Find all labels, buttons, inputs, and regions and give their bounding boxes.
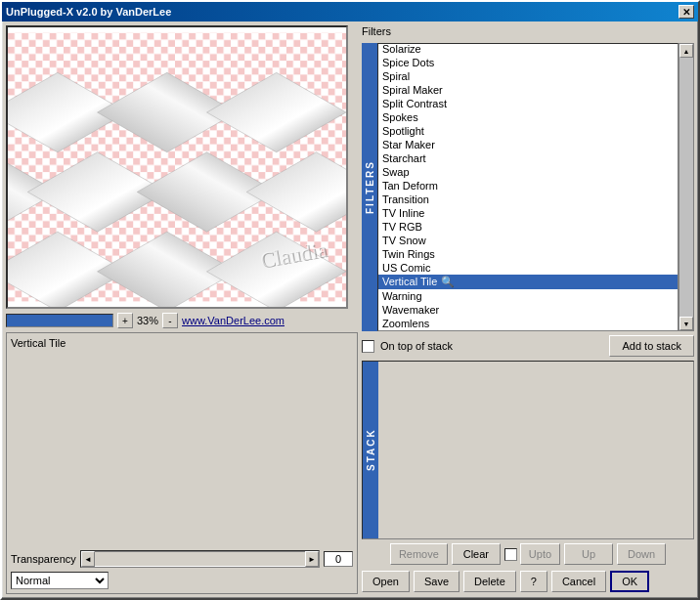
slider-inner [95,551,305,567]
delete-button[interactable]: Delete [463,571,516,592]
open-button[interactable]: Open [362,571,410,592]
left-panel: Claudia + 33% - www.VanDerLee.com Vertic… [6,25,358,594]
filter-item[interactable]: Spokes [378,110,678,124]
filter-item[interactable]: TV RGB [378,220,678,234]
slider-right-arrow[interactable]: ► [305,551,319,567]
stack-area: STACK [362,361,694,539]
preview-canvas [8,27,346,307]
stack-buttons-row: Remove Clear Upto Up Down [362,543,694,565]
filters-header: Filters [362,25,694,37]
filter-item[interactable]: Zoomlens [378,317,678,330]
filters-list[interactable]: SolarizeSpice DotsSpiralSpiral MakerSpli… [377,43,678,331]
title-text: UnPlugged-X v2.0 by VanDerLee [6,6,171,18]
stack-side-label: STACK [363,362,378,538]
filter-item[interactable]: Tan Deform [378,179,678,193]
scroll-up-button[interactable]: ▲ [679,44,693,58]
filter-params-box: Vertical Tile Transparency ◄ ► Normal [6,332,358,594]
filter-item[interactable]: Twin Rings [378,247,678,261]
transparency-row: Transparency ◄ ► [11,550,353,568]
scroll-down-button[interactable]: ▼ [679,317,693,330]
upto-container: Upto [504,543,560,565]
zoom-bar: + 33% - www.VanDerLee.com [6,313,358,328]
filter-item[interactable]: Spice Dots [378,56,678,69]
zoom-percent: 33% [137,315,158,326]
close-button[interactable]: ✕ [678,5,694,19]
slider-left-arrow[interactable]: ◄ [81,551,95,567]
add-to-stack-button[interactable]: Add to stack [609,335,694,357]
filter-item[interactable]: Star Maker [378,138,678,151]
zoom-out-button[interactable]: - [162,313,178,328]
save-button[interactable]: Save [414,571,459,592]
filter-item[interactable]: Swap [378,165,678,179]
upto-button[interactable]: Upto [520,543,560,565]
zoom-progress-bar [6,314,113,327]
main-window: UnPlugged-X v2.0 by VanDerLee ✕ [0,0,700,600]
up-button[interactable]: Up [564,543,613,565]
right-panel: Filters FILTERS SolarizeSpice DotsSpiral… [362,25,694,594]
on-top-checkbox[interactable] [362,340,374,353]
filter-item[interactable]: Spotlight [378,124,678,138]
filter-item[interactable]: Solarize [378,43,678,56]
ok-button[interactable]: OK [610,571,649,592]
blend-mode-select[interactable]: Normal Multiply Screen Overlay [11,572,109,589]
preview-area: Claudia [6,25,348,309]
website-link[interactable]: www.VanDerLee.com [182,315,284,326]
filter-item[interactable]: Wavemaker [378,303,678,317]
cancel-button[interactable]: Cancel [551,571,606,592]
filters-side-label: FILTERS [362,43,377,331]
filter-item[interactable]: Vertical Tile🔍 [378,275,678,289]
main-content: Claudia + 33% - www.VanDerLee.com Vertic… [2,21,698,598]
title-bar: UnPlugged-X v2.0 by VanDerLee ✕ [2,2,698,21]
filter-item[interactable]: Warning [378,289,678,303]
upto-checkbox[interactable] [504,548,517,561]
filter-params-title: Vertical Tile [11,337,353,349]
help-button[interactable]: ? [520,571,547,592]
remove-button[interactable]: Remove [390,543,448,565]
filters-scrollbar: ▲ ▼ [678,43,694,331]
filter-item[interactable]: US Comic [378,261,678,275]
filter-item[interactable]: Spiral [378,69,678,83]
on-top-row: On top of stack Add to stack [362,335,694,357]
on-top-label: On top of stack [380,340,453,352]
zoom-in-button[interactable]: + [117,313,133,328]
bottom-buttons-row: Open Save Delete ? Cancel OK [362,569,694,594]
filters-list-container: FILTERS SolarizeSpice DotsSpiralSpiral M… [362,43,694,331]
transparency-value[interactable] [324,551,353,567]
filter-item[interactable]: Split Contrast [378,97,678,110]
filter-item[interactable]: TV Inline [378,206,678,220]
stack-content [378,362,693,538]
filter-item[interactable]: Starchart [378,151,678,165]
down-button[interactable]: Down [617,543,666,565]
filter-item[interactable]: Spiral Maker [378,83,678,97]
clear-button[interactable]: Clear [452,543,501,565]
transparency-slider[interactable]: ◄ ► [80,550,320,568]
filter-item[interactable]: Transition [378,193,678,206]
blend-mode-row: Normal Multiply Screen Overlay [11,572,353,589]
filter-item[interactable]: TV Snow [378,234,678,247]
scrollbar-track[interactable] [679,58,693,317]
transparency-label: Transparency [11,553,76,565]
